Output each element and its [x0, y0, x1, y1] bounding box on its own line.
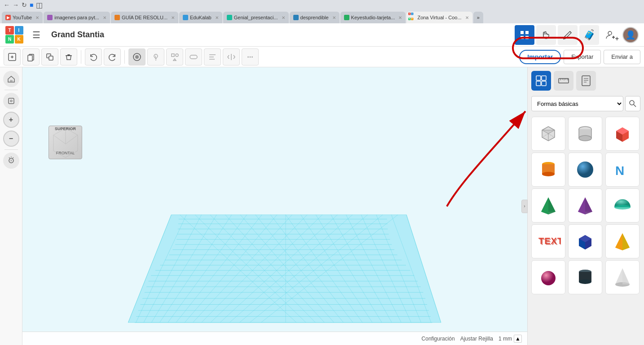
fit-view-button[interactable]: [3, 93, 19, 109]
app-header: T I N K ☰ Grand Stantia: [0, 23, 644, 47]
hand-tool-button[interactable]: [536, 25, 556, 45]
tab-guia[interactable]: GUÍA DE RESOLU... ✕: [111, 12, 178, 23]
tab-zona-virtual[interactable]: T I N K Zona Virtual - Coo... ✕: [406, 12, 472, 23]
shape-pyramid-purple[interactable]: [568, 188, 602, 223]
shape-category-select[interactable]: Formas básicas: [531, 96, 623, 111]
tab-close-edukalab[interactable]: ✕: [215, 15, 219, 20]
tab-genial[interactable]: Genial_presentaci... ✕: [223, 12, 289, 23]
camera-icon: [7, 157, 15, 165]
annotation-button[interactable]: [128, 48, 146, 66]
shape-text-3d[interactable]: TEXT TEXT: [531, 224, 565, 258]
shape-cube-wire[interactable]: [531, 117, 565, 151]
home-view-button[interactable]: [3, 71, 19, 87]
tab-label-zona: Zona Virtual - Coo...: [417, 15, 461, 20]
copy-file-button[interactable]: [22, 48, 40, 66]
shape-sphere-pink[interactable]: [531, 260, 565, 294]
shape-cylinder-orange[interactable]: [531, 153, 565, 187]
tab-close-imagenes[interactable]: ✕: [103, 15, 106, 20]
shape-cylinder-wire[interactable]: [568, 117, 602, 151]
panel-tab-ruler[interactable]: [554, 71, 573, 91]
svg-point-17: [251, 56, 253, 57]
svg-point-117: [614, 205, 631, 210]
panel-tab-grid[interactable]: [531, 71, 551, 91]
importar-button[interactable]: Importar: [519, 50, 561, 64]
align-button[interactable]: [204, 48, 221, 66]
tab-youtube[interactable]: ▶ YouTube ✕: [2, 12, 43, 23]
search-button[interactable]: [625, 96, 640, 111]
tab-close-guia[interactable]: ✕: [171, 15, 175, 20]
home-icon[interactable]: ■: [30, 1, 33, 9]
tab-close-desprendible[interactable]: ✕: [332, 15, 336, 20]
shape-half-sphere[interactable]: [605, 188, 640, 223]
grid-view-button[interactable]: [515, 25, 534, 45]
edit-tool-icon: [562, 30, 573, 40]
exportar-button[interactable]: Exportar: [564, 50, 601, 64]
shape-letter-n[interactable]: N: [605, 153, 640, 187]
user-avatar[interactable]: 👤: [622, 27, 639, 43]
svg-rect-19: [10, 80, 13, 82]
suitcase-button[interactable]: 🧳: [579, 25, 599, 45]
more-tools-icon: [246, 52, 255, 61]
tab-imagenes[interactable]: imagenes para pyt... ✕: [44, 12, 110, 23]
mirror-button[interactable]: [223, 48, 240, 66]
tab-keyestudio[interactable]: Keyestudio-tarjeta... ✕: [340, 12, 406, 23]
undo-button[interactable]: [85, 48, 102, 66]
tab-close-keyestudio[interactable]: ✕: [398, 15, 402, 20]
mirror-icon: [227, 52, 236, 61]
tab-more[interactable]: »: [473, 12, 483, 23]
extensions-icon[interactable]: ◫: [36, 1, 43, 9]
shape-cube-red[interactable]: [605, 117, 640, 151]
align-icon: [208, 52, 217, 61]
duplicate-button[interactable]: [41, 48, 58, 66]
shape-sphere-blue[interactable]: [568, 153, 602, 187]
grid-size-control[interactable]: 1 mm ▲: [498, 335, 522, 343]
browser-nav-icons[interactable]: ← → ↻ ■ ◫: [4, 1, 43, 9]
refresh-icon[interactable]: ↻: [22, 1, 27, 9]
svg-line-91: [634, 105, 636, 107]
panel-tabs: [528, 67, 644, 94]
round-shape-button[interactable]: [185, 48, 202, 66]
svg-point-21: [10, 100, 12, 102]
left-sep-1: [4, 90, 18, 90]
camera-button[interactable]: [3, 153, 19, 169]
edit-tool-button[interactable]: [558, 25, 578, 45]
shape-pyramid-yellow[interactable]: [605, 224, 640, 258]
forward-icon[interactable]: →: [13, 1, 19, 9]
tab-close-zona[interactable]: ✕: [465, 15, 469, 20]
tab-close-genial[interactable]: ✕: [282, 15, 285, 20]
delete-button[interactable]: [60, 48, 77, 66]
shape-pyramid-green[interactable]: [531, 188, 565, 223]
bulb-button[interactable]: [147, 48, 164, 66]
copy-file-icon: [26, 52, 35, 61]
panel-tab-notes[interactable]: [576, 71, 596, 91]
shape-tool-button[interactable]: [166, 48, 183, 66]
action-buttons: Importar Exportar Enviar a: [519, 50, 640, 64]
zoom-out-button[interactable]: −: [3, 131, 19, 147]
new-button[interactable]: [4, 48, 21, 66]
enviara-button[interactable]: Enviar a: [604, 50, 640, 64]
shape-cone-white[interactable]: [605, 260, 640, 294]
svg-rect-9: [49, 56, 53, 60]
add-user-button[interactable]: [601, 25, 621, 45]
search-icon: [629, 100, 637, 108]
tab-desprendible[interactable]: desprendible ✕: [290, 12, 340, 23]
shape-cylinder-dark[interactable]: [568, 260, 602, 294]
grid-size-up[interactable]: ▲: [514, 335, 522, 343]
canvas-area[interactable]: SUPERIOR FRONTAL: [22, 67, 527, 345]
status-bar: Configuración Ajustar Rejilla 1 mm ▲: [22, 332, 527, 345]
tab-edukalab[interactable]: EduKalab ✕: [179, 12, 222, 23]
redo-button[interactable]: [104, 48, 121, 66]
svg-point-14: [176, 54, 178, 57]
new-icon: [8, 52, 17, 61]
tinkercad-logo[interactable]: T I N K: [5, 26, 23, 44]
zoom-in-button[interactable]: +: [3, 112, 19, 128]
back-icon[interactable]: ←: [4, 1, 10, 9]
more-tools-button[interactable]: [242, 48, 259, 66]
config-label[interactable]: Configuración: [422, 336, 455, 342]
shape-cube-dark-blue[interactable]: [568, 224, 602, 258]
panel-collapse-button[interactable]: ›: [521, 200, 528, 213]
tab-label-keyestudio: Keyestudio-tarjeta...: [351, 15, 395, 20]
menu-button[interactable]: ☰: [28, 26, 45, 44]
tab-close-youtube[interactable]: ✕: [35, 15, 39, 20]
svg-point-16: [250, 56, 251, 57]
